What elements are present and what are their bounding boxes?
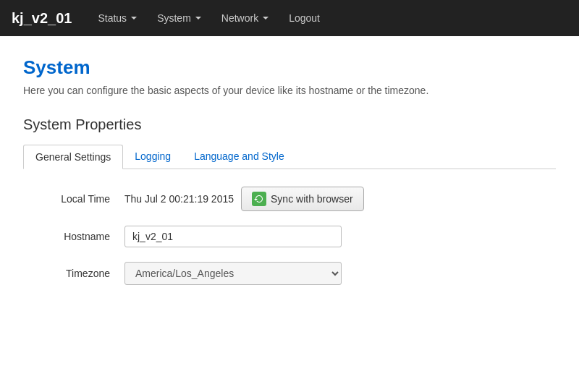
nav-link-system[interactable]: System bbox=[148, 8, 210, 28]
navbar-nav: Status System Network Logout bbox=[89, 8, 329, 28]
nav-label-system: System bbox=[157, 12, 191, 24]
hostname-row: Hostname bbox=[23, 226, 556, 247]
sync-with-browser-button[interactable]: Sync with browser bbox=[241, 187, 364, 211]
local-time-value: Thu Jul 2 00:21:19 2015 bbox=[124, 193, 234, 205]
tab-logging-label: Logging bbox=[135, 150, 171, 162]
nav-label-status: Status bbox=[98, 12, 127, 24]
local-time-label: Local Time bbox=[23, 193, 124, 205]
tab-logging[interactable]: Logging bbox=[123, 145, 182, 169]
section-title: System Properties bbox=[23, 116, 556, 133]
timezone-control: America/Los_Angeles America/New_York UTC… bbox=[124, 262, 342, 285]
sync-icon bbox=[252, 192, 266, 206]
hostname-input[interactable] bbox=[124, 226, 342, 247]
tab-language-style-label: Language and Style bbox=[194, 150, 284, 162]
nav-item-status: Status bbox=[89, 8, 145, 28]
status-caret-icon bbox=[131, 17, 137, 20]
tab-general-settings[interactable]: General Settings bbox=[23, 145, 123, 169]
nav-link-status[interactable]: Status bbox=[89, 8, 145, 28]
timezone-label: Timezone bbox=[23, 268, 124, 279]
sync-button-label: Sync with browser bbox=[271, 193, 353, 205]
hostname-control bbox=[124, 226, 342, 247]
page-description: Here you can configure the basic aspects… bbox=[23, 85, 556, 96]
nav-item-logout: Logout bbox=[280, 8, 329, 28]
network-caret-icon bbox=[263, 17, 269, 20]
nav-link-network[interactable]: Network bbox=[213, 8, 277, 28]
nav-link-logout[interactable]: Logout bbox=[280, 8, 329, 28]
system-caret-icon bbox=[195, 17, 201, 20]
main-content: System Here you can configure the basic … bbox=[0, 36, 579, 320]
nav-label-logout: Logout bbox=[289, 12, 320, 24]
sync-svg-icon bbox=[254, 194, 264, 204]
local-time-controls: Thu Jul 2 00:21:19 2015 Sync with browse… bbox=[124, 187, 364, 211]
navbar-brand[interactable]: kj_v2_01 bbox=[12, 10, 72, 27]
page-title: System bbox=[23, 56, 556, 79]
tab-general-settings-label: General Settings bbox=[35, 151, 111, 163]
nav-item-network: Network bbox=[213, 8, 277, 28]
nav-label-network: Network bbox=[221, 12, 258, 24]
timezone-select[interactable]: America/Los_Angeles America/New_York UTC… bbox=[124, 262, 342, 285]
local-time-row: Local Time Thu Jul 2 00:21:19 2015 Sync … bbox=[23, 187, 556, 211]
hostname-label: Hostname bbox=[23, 231, 124, 242]
nav-item-system: System bbox=[148, 8, 210, 28]
form-table: Local Time Thu Jul 2 00:21:19 2015 Sync … bbox=[23, 187, 556, 285]
timezone-row: Timezone America/Los_Angeles America/New… bbox=[23, 262, 556, 285]
tabs-container: General Settings Logging Language and St… bbox=[23, 145, 556, 169]
tab-language-style[interactable]: Language and Style bbox=[182, 145, 296, 169]
navbar: kj_v2_01 Status System Network Logout bbox=[0, 0, 579, 36]
